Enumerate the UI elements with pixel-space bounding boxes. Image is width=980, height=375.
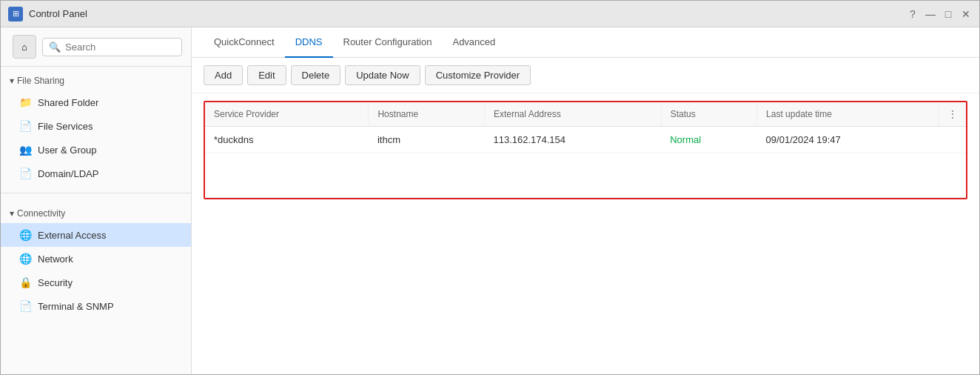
sidebar-item-label: Domain/LDAP xyxy=(38,168,98,179)
network-icon: 🌐 xyxy=(19,252,32,265)
connectivity-header[interactable]: ▾ Connectivity xyxy=(1,204,191,223)
sidebar-item-label: Security xyxy=(38,277,73,288)
file-sharing-label: File Sharing xyxy=(17,76,64,86)
app-icon: ⊞ xyxy=(8,7,23,21)
sidebar-divider xyxy=(1,193,191,193)
main-panel: QuickConnect DDNS Router Configuration A… xyxy=(192,27,979,374)
sidebar-item-label: Shared Folder xyxy=(38,97,98,108)
users-icon: 👥 xyxy=(19,143,32,156)
connectivity-label: Connectivity xyxy=(17,208,65,219)
search-icon: 🔍 xyxy=(49,42,61,53)
sidebar-item-terminal-snmp[interactable]: 📄 Terminal & SNMP xyxy=(1,294,191,318)
last-update-cell: 09/01/2024 19:47 xyxy=(757,127,939,153)
sidebar-item-external-access[interactable]: 🌐 External Access xyxy=(1,223,191,247)
tab-ddns[interactable]: DDNS xyxy=(285,27,333,58)
minimize-button[interactable]: — xyxy=(924,8,936,20)
domain-icon: 📄 xyxy=(19,167,32,180)
security-icon: 🔒 xyxy=(19,276,32,289)
sidebar-item-label: Network xyxy=(38,253,73,265)
update-now-button[interactable]: Update Now xyxy=(345,65,420,85)
folder-icon: 📁 xyxy=(19,96,32,109)
external-address-cell: 113.162.174.154 xyxy=(484,127,661,153)
chevron-down-icon: ▾ xyxy=(10,76,14,86)
sidebar-item-shared-folder[interactable]: 📁 Shared Folder xyxy=(1,90,191,114)
actions-header: ⋮ xyxy=(939,102,967,127)
tab-bar: QuickConnect DDNS Router Configuration A… xyxy=(192,27,979,58)
home-icon: ⌂ xyxy=(21,42,27,53)
file-sharing-section: ▾ File Sharing 📁 Shared Folder 📄 File Se… xyxy=(1,67,191,190)
table-row[interactable]: *duckdns ithcm 113.162.174.154 Normal 09… xyxy=(205,127,966,153)
sidebar-item-label: Terminal & SNMP xyxy=(38,301,114,312)
chevron-down-icon2: ▾ xyxy=(10,208,14,219)
tab-quickconnect[interactable]: QuickConnect xyxy=(204,27,285,58)
sidebar-search-container: ⌂ 🔍 xyxy=(1,27,191,67)
external-access-icon: 🌐 xyxy=(19,228,32,242)
maximize-button[interactable]: □ xyxy=(942,8,954,20)
sidebar: ⌂ 🔍 ▾ File Sharing 📁 Shared Folder xyxy=(1,27,192,374)
sidebar-item-label: External Access xyxy=(38,230,107,241)
add-button[interactable]: Add xyxy=(204,65,243,85)
sidebar-item-network[interactable]: 🌐 Network xyxy=(1,247,191,271)
sidebar-item-label: File Services xyxy=(38,121,93,132)
help-button[interactable]: ? xyxy=(907,8,919,20)
customize-provider-button[interactable]: Customize Provider xyxy=(425,65,531,85)
service-provider-header: Service Provider xyxy=(205,102,369,127)
file-services-icon: 📄 xyxy=(19,119,32,133)
sidebar-item-label: User & Group xyxy=(38,145,96,156)
status-cell: Normal xyxy=(661,127,756,153)
status-badge: Normal xyxy=(670,134,701,145)
window-title: Control Panel xyxy=(29,8,907,19)
table-container: Service Provider Hostname External Addre… xyxy=(192,93,979,374)
external-address-header: External Address xyxy=(484,102,661,127)
toolbar: Add Edit Delete Update Now Customize Pro… xyxy=(192,58,979,93)
connectivity-section: ▾ Connectivity 🌐 External Access 🌐 Netwo… xyxy=(1,196,191,322)
status-header: Status xyxy=(661,102,756,127)
sidebar-item-security[interactable]: 🔒 Security xyxy=(1,271,191,294)
row-actions-cell xyxy=(939,127,967,153)
content-area: ⌂ 🔍 ▾ File Sharing 📁 Shared Folder xyxy=(1,27,979,374)
edit-button[interactable]: Edit xyxy=(247,65,286,85)
delete-button[interactable]: Delete xyxy=(291,65,341,85)
ddns-table: Service Provider Hostname External Addre… xyxy=(205,102,966,198)
sidebar-item-domain-ldap[interactable]: 📄 Domain/LDAP xyxy=(1,162,191,185)
hostname-header: Hostname xyxy=(369,102,484,127)
service-provider-cell: *duckdns xyxy=(205,127,369,153)
search-input[interactable] xyxy=(65,42,175,53)
hostname-cell: ithcm xyxy=(369,127,484,153)
tab-router-configuration[interactable]: Router Configuration xyxy=(333,27,443,58)
close-button[interactable]: ✕ xyxy=(960,8,972,20)
sidebar-item-file-services[interactable]: 📄 File Services xyxy=(1,114,191,138)
table-header-row: Service Provider Hostname External Addre… xyxy=(205,102,966,127)
titlebar: ⊞ Control Panel ? — □ ✕ xyxy=(1,1,979,27)
control-panel-window: ⊞ Control Panel ? — □ ✕ ⌂ 🔍 xyxy=(0,0,980,375)
tab-advanced[interactable]: Advanced xyxy=(442,27,506,58)
home-button[interactable]: ⌂ xyxy=(13,35,36,59)
window-controls: ? — □ ✕ xyxy=(907,8,972,20)
terminal-icon: 📄 xyxy=(19,299,32,313)
sidebar-item-user-group[interactable]: 👥 User & Group xyxy=(1,138,191,162)
ddns-table-wrapper: Service Provider Hostname External Addre… xyxy=(204,101,967,199)
file-sharing-header[interactable]: ▾ File Sharing xyxy=(1,71,191,90)
empty-row xyxy=(205,153,966,198)
last-update-header: Last update time xyxy=(757,102,939,127)
search-box[interactable]: 🔍 xyxy=(42,38,182,56)
